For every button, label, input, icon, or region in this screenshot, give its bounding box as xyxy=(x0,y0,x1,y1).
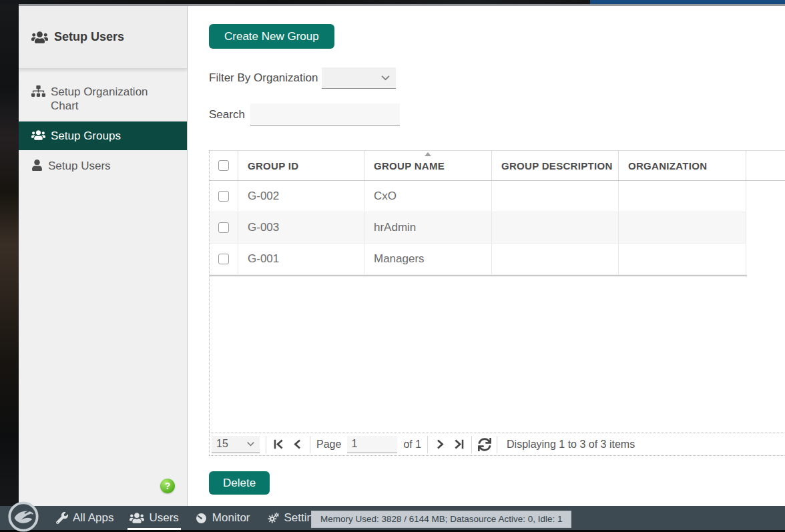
sidebar-menu: Setup Organization Chart Setup Groups Se… xyxy=(19,77,187,180)
search-row: Search xyxy=(209,103,400,126)
row-checkbox[interactable] xyxy=(218,254,229,264)
cell-group-description xyxy=(492,181,619,212)
wrench-icon xyxy=(56,512,68,524)
users-icon xyxy=(31,129,45,141)
nav-item-label: Users xyxy=(149,511,178,525)
divider xyxy=(427,436,428,453)
last-page-button[interactable] xyxy=(453,438,465,451)
next-page-button[interactable] xyxy=(434,438,447,451)
search-input[interactable] xyxy=(250,103,400,126)
sitemap-icon xyxy=(31,85,45,97)
sidebar-item-setup-organization-chart[interactable]: Setup Organization Chart xyxy=(19,77,187,120)
cell-organization xyxy=(619,212,746,243)
row-checkbox[interactable] xyxy=(218,191,229,202)
cell-group-description xyxy=(492,244,619,274)
cell-organization xyxy=(619,244,746,274)
column-header-group-id[interactable]: GROUP ID xyxy=(238,151,364,180)
table-row[interactable]: G-001 Managers xyxy=(210,244,746,275)
sidebar-item-label: Setup Groups xyxy=(51,129,121,143)
delete-button[interactable]: Delete xyxy=(209,471,270,495)
search-label: Search xyxy=(209,108,245,121)
column-header-organization[interactable]: ORGANIZATION xyxy=(619,151,746,180)
filter-by-organization-row: Filter By Organization xyxy=(209,67,396,89)
sidebar-item-setup-users[interactable]: Setup Users xyxy=(19,152,187,180)
page-number-input[interactable] xyxy=(347,436,397,453)
groups-table: GROUP ID GROUP NAME GROUP DESCRIPTION OR… xyxy=(209,150,785,456)
cell-group-name: CxO xyxy=(364,181,492,212)
select-all-header-cell xyxy=(210,151,238,180)
column-header-group-name[interactable]: GROUP NAME xyxy=(364,151,492,180)
divider xyxy=(471,436,472,453)
refresh-icon[interactable] xyxy=(478,438,491,451)
displaying-status-text: Displaying 1 to 3 of 3 items xyxy=(507,439,635,451)
sort-asc-icon xyxy=(425,152,431,156)
pagination-bar: 15 Page of 1 xyxy=(210,433,785,456)
sidebar-title: Setup Users xyxy=(54,30,124,44)
filter-by-organization-label: Filter By Organization xyxy=(209,71,318,85)
cell-group-id: G-002 xyxy=(238,181,364,212)
memory-status-badge: Memory Used: 3828 / 6144 MB; Datasource … xyxy=(311,511,571,528)
divider xyxy=(497,436,497,453)
page-of-label: of 1 xyxy=(403,439,421,451)
sidebar-item-label: Setup Organization Chart xyxy=(51,85,178,113)
cell-group-name: Managers xyxy=(364,244,492,274)
background-photo-strip xyxy=(0,0,19,532)
page-size-select[interactable]: 15 xyxy=(212,436,260,453)
sidebar-item-setup-groups[interactable]: Setup Groups xyxy=(19,121,187,150)
previous-page-button[interactable] xyxy=(291,438,304,451)
users-icon xyxy=(129,512,144,524)
column-header-group-description[interactable]: GROUP DESCRIPTION xyxy=(492,151,619,180)
cell-organization xyxy=(619,181,746,212)
page-size-value: 15 xyxy=(216,438,228,450)
users-icon xyxy=(31,31,48,44)
nav-item-label: Monitor xyxy=(212,511,250,525)
column-header-spacer xyxy=(746,151,785,180)
chevron-down-icon xyxy=(380,75,390,81)
nav-item-users[interactable]: Users xyxy=(129,506,178,530)
nav-item-all-apps[interactable]: All Apps xyxy=(56,506,113,530)
select-all-checkbox[interactable] xyxy=(218,160,229,171)
sidebar-item-label: Setup Users xyxy=(48,159,111,173)
row-checkbox[interactable] xyxy=(218,222,229,233)
table-header-row: GROUP ID GROUP NAME GROUP DESCRIPTION OR… xyxy=(210,150,785,181)
divider xyxy=(310,436,310,453)
table-empty-area xyxy=(210,276,785,433)
help-icon[interactable]: ? xyxy=(160,479,175,493)
brand-logo[interactable] xyxy=(7,501,39,532)
app-window: Setup Users Setup Organization Chart Set… xyxy=(0,0,785,532)
main-content: Create New Group Filter By Organization … xyxy=(188,6,785,506)
table-row[interactable]: G-003 hrAdmin xyxy=(210,212,746,244)
page-label: Page xyxy=(316,439,341,451)
gears-icon xyxy=(266,511,280,525)
user-icon xyxy=(31,160,43,171)
cell-group-id: G-001 xyxy=(238,244,364,274)
sidebar: Setup Users Setup Organization Chart Set… xyxy=(19,6,188,506)
cell-group-id: G-003 xyxy=(238,212,364,243)
bottom-nav: All Apps Users Monitor xyxy=(56,506,325,530)
create-new-group-button[interactable]: Create New Group xyxy=(209,24,334,49)
divider xyxy=(266,436,266,453)
sidebar-header: Setup Users xyxy=(19,6,187,69)
chevron-down-icon xyxy=(246,441,255,447)
table-row[interactable]: G-002 CxO xyxy=(210,181,746,212)
organization-select[interactable] xyxy=(322,67,396,89)
cell-group-description xyxy=(492,212,619,243)
nav-item-monitor[interactable]: Monitor xyxy=(195,506,250,530)
gauge-icon xyxy=(195,512,208,525)
nav-item-label: All Apps xyxy=(73,511,113,525)
bottom-app-bar: All Apps Users Monitor xyxy=(0,506,785,530)
first-page-button[interactable] xyxy=(272,438,285,451)
cell-group-name: hrAdmin xyxy=(364,212,492,243)
